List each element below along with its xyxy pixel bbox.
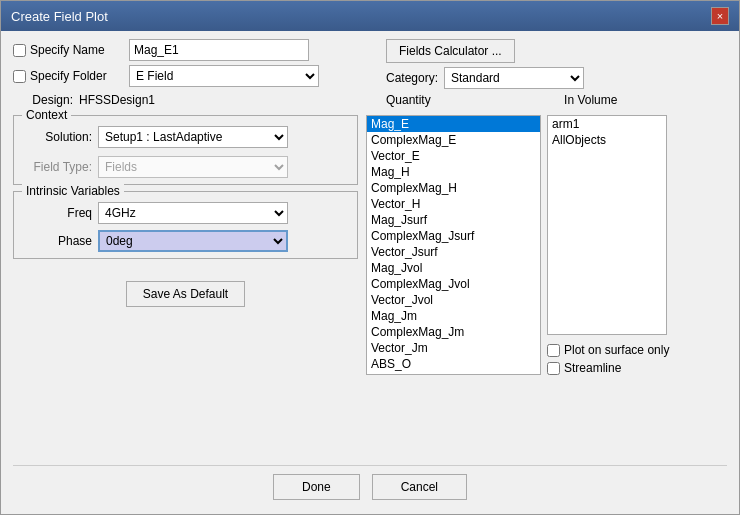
solution-select[interactable]: Setup1 : LastAdaptive [98,126,288,148]
quantity-header: Quantity [386,93,431,107]
involume-header: In Volume [564,93,617,107]
list-item[interactable]: ComplexMag_E [367,132,540,148]
save-as-default-button[interactable]: Save As Default [126,281,245,307]
specify-name-label: Specify Name [13,43,123,57]
list-item[interactable]: ABS_O [367,356,540,372]
fieldtype-label: Field Type: [22,160,92,174]
done-button[interactable]: Done [273,474,360,500]
phase-label: Phase [22,234,92,248]
specify-folder-label: Specify Folder [13,69,123,83]
specify-folder-row: Specify Folder E Field [13,65,358,87]
cancel-button[interactable]: Cancel [372,474,467,500]
dialog-title: Create Field Plot [11,9,108,24]
plot-surface-only-checkbox[interactable] [547,344,560,357]
bottom-buttons: Done Cancel [13,465,727,506]
intrinsic-title: Intrinsic Variables [22,184,124,198]
main-area: Context Solution: Setup1 : LastAdaptive … [13,115,727,461]
streamline-row: Streamline [547,361,669,375]
context-group: Context Solution: Setup1 : LastAdaptive … [13,115,358,185]
category-select[interactable]: Standard Named Custom [444,67,584,89]
plot-surface-only-row: Plot on surface only [547,343,669,357]
specify-name-input[interactable] [129,39,309,61]
list-item[interactable]: Vector_Jsurf [367,244,540,260]
streamline-label: Streamline [564,361,621,375]
list-item[interactable]: Mag_Jvol [367,260,540,276]
phase-select[interactable]: 0deg [98,230,288,252]
right-panel: Mag_E ComplexMag_E Vector_E Mag_H Comple… [366,115,727,461]
list-item[interactable]: Mag_Jm [367,308,540,324]
fieldtype-row: Field Type: Fields [22,156,349,178]
list-item[interactable]: arm1 [548,116,666,132]
category-row: Category: Standard Named Custom [386,67,584,89]
freq-row: Freq 4GHz [22,202,349,224]
left-panel: Context Solution: Setup1 : LastAdaptive … [13,115,358,461]
list-item[interactable]: ComplexMag_Jvol [367,276,540,292]
list-item[interactable]: Mag_E [367,116,540,132]
title-bar: Create Field Plot × [1,1,739,31]
list-item[interactable]: Vector_E [367,148,540,164]
list-item[interactable]: Vector_H [367,196,540,212]
category-label: Category: [386,71,438,85]
intrinsic-content: Freq 4GHz Phase 0deg [22,202,349,252]
involume-listbox[interactable]: arm1 AllObjects [547,115,667,335]
involume-section: arm1 AllObjects Plot on surface only Str… [547,115,669,461]
create-field-plot-dialog: Create Field Plot × Specify Name [0,0,740,515]
specify-name-checkbox[interactable] [13,44,26,57]
fields-calculator-button[interactable]: Fields Calculator ... [386,39,515,63]
plot-surface-only-label: Plot on surface only [564,343,669,357]
quantity-col: Mag_E ComplexMag_E Vector_E Mag_H Comple… [366,115,541,461]
list-item[interactable]: ComplexMag_Jsurf [367,228,540,244]
list-item[interactable]: SmoothQ [367,372,540,375]
freq-select[interactable]: 4GHz [98,202,288,224]
design-row: Design: HFSSDesign1 [13,93,358,107]
list-item[interactable]: AllObjects [548,132,666,148]
specify-name-row: Specify Name [13,39,358,61]
design-label: Design: [23,93,73,107]
specify-folder-select[interactable]: E Field [129,65,319,87]
list-item[interactable]: Vector_Jm [367,340,540,356]
list-item[interactable]: Vector_Jvol [367,292,540,308]
solution-row: Solution: Setup1 : LastAdaptive [22,126,349,148]
context-content: Solution: Setup1 : LastAdaptive Field Ty… [22,126,349,178]
specify-folder-checkbox[interactable] [13,70,26,83]
options-area: Plot on surface only Streamline [547,343,669,375]
context-title: Context [22,108,71,122]
design-value: HFSSDesign1 [79,93,155,107]
list-item[interactable]: ComplexMag_H [367,180,540,196]
fieldtype-select[interactable]: Fields [98,156,288,178]
solution-label: Solution: [22,130,92,144]
intrinsic-group: Intrinsic Variables Freq 4GHz Phase 0deg [13,191,358,259]
list-item[interactable]: ComplexMag_Jm [367,324,540,340]
list-item[interactable]: Mag_H [367,164,540,180]
close-button[interactable]: × [711,7,729,25]
phase-row: Phase 0deg [22,230,349,252]
quantity-listbox[interactable]: Mag_E ComplexMag_E Vector_E Mag_H Comple… [366,115,541,375]
streamline-checkbox[interactable] [547,362,560,375]
list-item[interactable]: Mag_Jsurf [367,212,540,228]
dialog-body: Specify Name Specify Folder E Field [1,31,739,514]
freq-label: Freq [22,206,92,220]
